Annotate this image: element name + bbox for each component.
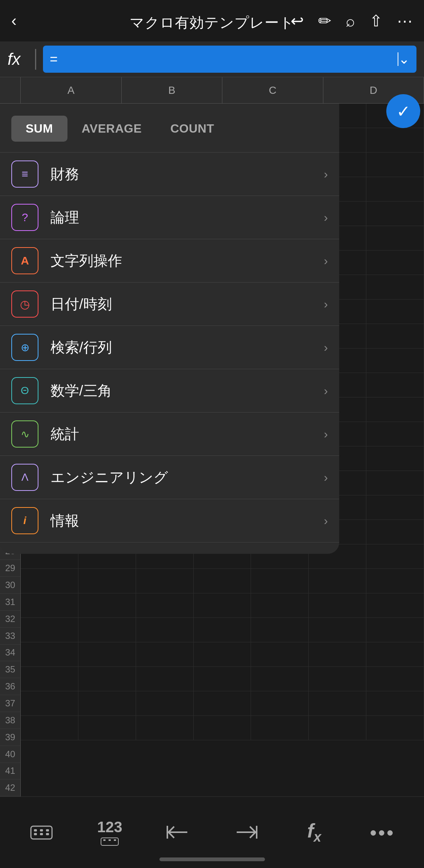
grid-cell[interactable] bbox=[366, 593, 424, 617]
grid-cell[interactable] bbox=[251, 618, 309, 642]
category-item-finance[interactable]: ≡ 財務 › bbox=[0, 153, 339, 196]
category-item-logic[interactable]: ? 論理 › bbox=[0, 196, 339, 239]
grid-cell[interactable] bbox=[21, 569, 78, 593]
grid-cell[interactable] bbox=[194, 667, 251, 691]
grid-cell[interactable] bbox=[366, 422, 424, 446]
grid-cell[interactable] bbox=[366, 397, 424, 422]
category-item-statistics[interactable]: ∿ 統計 › bbox=[0, 413, 339, 456]
grid-cell[interactable] bbox=[21, 642, 78, 666]
grid-cell[interactable] bbox=[21, 593, 78, 617]
grid-cell[interactable] bbox=[194, 716, 251, 740]
grid-cell[interactable] bbox=[366, 716, 424, 740]
grid-cell[interactable] bbox=[366, 251, 424, 275]
category-item-lookup[interactable]: ⊕ 検索/行列 › bbox=[0, 326, 339, 369]
category-item-math[interactable]: Θ 数学/三角 › bbox=[0, 369, 339, 413]
grid-cell[interactable] bbox=[251, 593, 309, 617]
grid-cell[interactable] bbox=[366, 667, 424, 691]
grid-cell[interactable] bbox=[366, 471, 424, 495]
grid-cell[interactable] bbox=[78, 667, 136, 691]
undo-button[interactable]: ↩ bbox=[291, 12, 304, 30]
grid-cell[interactable] bbox=[78, 593, 136, 617]
grid-cell[interactable] bbox=[136, 716, 194, 740]
grid-cell[interactable] bbox=[366, 691, 424, 715]
grid-cell[interactable] bbox=[366, 373, 424, 397]
grid-cell[interactable] bbox=[366, 348, 424, 373]
grid-cell[interactable] bbox=[251, 716, 309, 740]
formula-input[interactable]: = bbox=[50, 51, 398, 67]
tab-right-button[interactable] bbox=[223, 822, 269, 843]
formula-dropdown-button[interactable]: ⌄ bbox=[398, 51, 410, 67]
grid-cell[interactable] bbox=[366, 446, 424, 471]
category-item-string[interactable]: A 文字列操作 › bbox=[0, 239, 339, 283]
grid-cell[interactable] bbox=[136, 593, 194, 617]
grid-cell[interactable] bbox=[21, 691, 78, 715]
tab-sum[interactable]: SUM bbox=[11, 116, 67, 142]
grid-cell[interactable] bbox=[366, 275, 424, 299]
grid-cell[interactable] bbox=[136, 569, 194, 593]
grid-cell[interactable] bbox=[366, 226, 424, 250]
grid-cell[interactable] bbox=[194, 593, 251, 617]
grid-cell[interactable] bbox=[366, 153, 424, 177]
grid-cell[interactable] bbox=[78, 569, 136, 593]
row-num-34: 34 bbox=[0, 645, 20, 662]
confirm-button[interactable]: ✓ bbox=[386, 94, 420, 128]
more-button[interactable]: ⋯ bbox=[397, 12, 413, 30]
grid-cell[interactable] bbox=[251, 569, 309, 593]
row-num-30: 30 bbox=[0, 577, 20, 594]
grid-cell[interactable] bbox=[194, 618, 251, 642]
grid-cell[interactable] bbox=[309, 667, 366, 691]
grid-cell[interactable] bbox=[366, 544, 424, 568]
grid-cell[interactable] bbox=[136, 691, 194, 715]
grid-cell[interactable] bbox=[366, 128, 424, 152]
formula-input-wrapper[interactable]: = ⌄ bbox=[43, 46, 416, 73]
grid-cell[interactable] bbox=[251, 667, 309, 691]
grid-cell[interactable] bbox=[78, 716, 136, 740]
function-button[interactable]: fx bbox=[292, 819, 337, 845]
grid-cell[interactable] bbox=[309, 716, 366, 740]
back-button[interactable]: ‹ bbox=[11, 12, 17, 30]
share-button[interactable]: ⇧ bbox=[369, 12, 383, 30]
grid-cell[interactable] bbox=[366, 300, 424, 324]
grid-cell[interactable] bbox=[366, 202, 424, 226]
statistics-icon: ∿ bbox=[11, 420, 38, 448]
tab-left-button[interactable] bbox=[155, 822, 201, 843]
grid-cell[interactable] bbox=[251, 642, 309, 666]
search-button[interactable]: ⌕ bbox=[346, 12, 355, 30]
grid-cell[interactable] bbox=[194, 691, 251, 715]
pencil-button[interactable]: ✏ bbox=[318, 12, 331, 30]
grid-cell[interactable] bbox=[366, 177, 424, 201]
more-options-button[interactable]: ••• bbox=[360, 821, 405, 844]
tab-count[interactable]: COUNT bbox=[156, 116, 228, 142]
grid-cell[interactable] bbox=[366, 495, 424, 520]
grid-row bbox=[21, 642, 424, 667]
tab-average[interactable]: AVERAGE bbox=[67, 116, 156, 142]
grid-cell[interactable] bbox=[21, 618, 78, 642]
grid-cell[interactable] bbox=[136, 667, 194, 691]
grid-cell[interactable] bbox=[366, 324, 424, 348]
grid-cell[interactable] bbox=[136, 642, 194, 666]
category-item-info[interactable]: i 情報 › bbox=[0, 499, 339, 542]
grid-cell[interactable] bbox=[366, 618, 424, 642]
grid-cell[interactable] bbox=[309, 618, 366, 642]
category-item-datetime[interactable]: ◷ 日付/時刻 › bbox=[0, 283, 339, 326]
grid-cell[interactable] bbox=[78, 618, 136, 642]
numeric-keyboard-button[interactable]: 123 bbox=[87, 819, 132, 846]
grid-cell[interactable] bbox=[366, 642, 424, 666]
category-item-engineering[interactable]: Λ エンジニアリング › bbox=[0, 456, 339, 499]
keyboard-switch-button[interactable] bbox=[19, 823, 64, 842]
grid-cell[interactable] bbox=[366, 569, 424, 593]
grid-cell[interactable] bbox=[309, 569, 366, 593]
grid-cell[interactable] bbox=[136, 618, 194, 642]
grid-cell[interactable] bbox=[309, 642, 366, 666]
grid-cell[interactable] bbox=[309, 691, 366, 715]
grid-cell[interactable] bbox=[366, 520, 424, 544]
grid-cell[interactable] bbox=[78, 642, 136, 666]
grid-cell[interactable] bbox=[78, 691, 136, 715]
grid-cell[interactable] bbox=[194, 642, 251, 666]
grid-cell[interactable] bbox=[21, 716, 78, 740]
grid-cell[interactable] bbox=[194, 569, 251, 593]
grid-cell[interactable] bbox=[21, 667, 78, 691]
back-icon[interactable]: ‹ bbox=[11, 12, 17, 30]
grid-cell[interactable] bbox=[251, 691, 309, 715]
grid-cell[interactable] bbox=[309, 593, 366, 617]
